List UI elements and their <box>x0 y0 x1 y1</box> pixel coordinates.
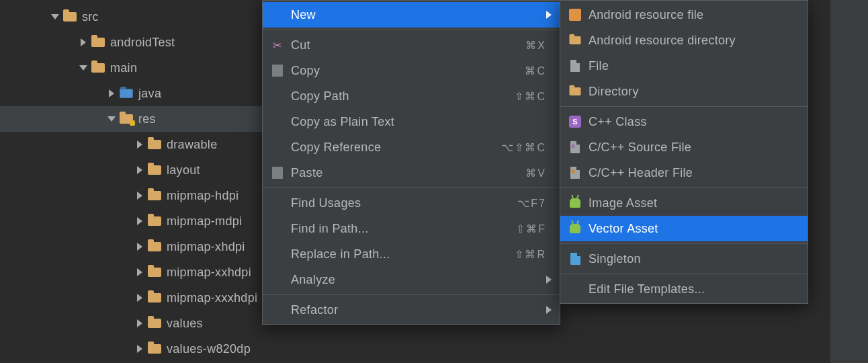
chevron-right-icon <box>137 217 142 225</box>
menu-item-label: Replace in Path... <box>291 247 515 261</box>
cpp-class-icon: S <box>569 116 581 128</box>
tree-item-java[interactable]: java <box>0 81 269 106</box>
chevron-right-icon <box>137 192 142 200</box>
menu-item-label: Copy Reference <box>291 140 501 155</box>
tree-item-label: values-w820dp <box>167 342 251 356</box>
tree-item-mipmap-hdpi[interactable]: mipmap-hdpi <box>0 183 269 208</box>
tree-item-label: res <box>138 112 156 126</box>
submenu-item-file[interactable]: File <box>560 53 808 79</box>
submenu-item-label: Edit File Templates... <box>589 282 801 296</box>
tree-item-main[interactable]: main <box>0 55 269 81</box>
submenu-item-vector-asset[interactable]: Vector Asset <box>560 216 808 241</box>
project-tree[interactable]: srcandroidTestmainjavaresdrawablelayoutm… <box>0 0 269 362</box>
tree-item-layout[interactable]: layout <box>0 157 269 183</box>
chevron-right-icon <box>546 11 552 19</box>
menu-item-label: Cut <box>291 38 525 52</box>
menu-item-label: Copy <box>291 64 525 78</box>
tree-item-label: java <box>138 87 161 101</box>
tree-item-androidtest[interactable]: androidTest <box>0 30 269 55</box>
submenu-item-android-resource-directory[interactable]: Android resource directory <box>560 28 808 53</box>
header-file-icon: h <box>570 167 580 179</box>
tree-item-mipmap-xxxhdpi[interactable]: mipmap-xxxhdpi <box>0 285 269 311</box>
folder-icon <box>91 38 105 47</box>
menu-separator <box>263 188 560 188</box>
folder-res-icon <box>120 114 133 124</box>
folder-icon <box>63 12 77 22</box>
tree-item-drawable[interactable]: drawable <box>0 132 269 157</box>
menu-item-refactor[interactable]: Refactor <box>263 297 560 323</box>
tree-item-label: mipmap-mdpi <box>167 214 242 229</box>
menu-separator <box>263 294 560 295</box>
chevron-down-icon <box>79 65 87 71</box>
menu-item-find-usages[interactable]: Find Usages⌥F7 <box>263 190 560 216</box>
tree-item-values[interactable]: values <box>0 311 269 336</box>
resource-file-icon <box>569 9 581 21</box>
menu-item-copy-reference[interactable]: Copy Reference⌥⇧⌘C <box>263 134 560 160</box>
tree-item-label: values <box>167 317 203 331</box>
folder-icon <box>148 293 161 302</box>
context-menu[interactable]: New✂Cut⌘XCopy⌘CCopy Path⇧⌘CCopy as Plain… <box>262 0 560 325</box>
submenu-item-label: C++ Class <box>589 115 801 129</box>
chevron-right-icon <box>137 319 142 327</box>
menu-item-shortcut: ⌘C <box>525 65 553 77</box>
tree-item-res[interactable]: res <box>0 106 269 132</box>
chevron-right-icon <box>81 38 86 46</box>
submenu-item-label: C/C++ Header File <box>589 166 801 180</box>
android-icon <box>570 198 580 208</box>
menu-item-replace-in-path[interactable]: Replace in Path...⇧⌘R <box>263 241 560 267</box>
chevron-right-icon <box>109 89 114 97</box>
tree-item-mipmap-xhdpi[interactable]: mipmap-xhdpi <box>0 234 269 259</box>
submenu-item-label: C/C++ Source File <box>589 140 801 155</box>
menu-item-new[interactable]: New <box>263 2 560 28</box>
tree-item-values-w820dp[interactable]: values-w820dp <box>0 336 269 362</box>
submenu-item-singleton[interactable]: Singleton <box>560 246 808 272</box>
menu-item-copy-as-plain-text[interactable]: Copy as Plain Text <box>263 109 560 134</box>
submenu-item-label: Image Asset <box>589 196 801 210</box>
folder-icon <box>91 63 105 73</box>
menu-item-label: Paste <box>291 166 525 180</box>
folder-icon <box>148 242 161 251</box>
menu-item-shortcut: ⇧⌘F <box>516 223 553 235</box>
folder-icon <box>570 36 581 44</box>
singleton-icon <box>570 253 580 265</box>
menu-separator <box>560 243 808 244</box>
submenu-item-edit-file-templates[interactable]: Edit File Templates... <box>560 276 808 302</box>
submenu-item-directory[interactable]: Directory <box>560 79 808 104</box>
folder-icon <box>148 268 161 277</box>
menu-item-shortcut: ⇧⌘R <box>515 248 553 261</box>
folder-icon <box>148 216 161 226</box>
menu-item-label: Analyze <box>291 273 546 287</box>
menu-item-copy-path[interactable]: Copy Path⇧⌘C <box>263 83 560 109</box>
menu-item-label: Find Usages <box>291 196 517 210</box>
menu-item-cut[interactable]: ✂Cut⌘X <box>263 32 560 58</box>
menu-separator <box>560 188 808 188</box>
tree-item-mipmap-xxhdpi[interactable]: mipmap-xxhdpi <box>0 259 269 285</box>
new-submenu[interactable]: Android resource fileAndroid resource di… <box>560 0 808 304</box>
submenu-item-c-c-header-file[interactable]: hC/C++ Header File <box>560 160 808 186</box>
submenu-item-c-c-source-file[interactable]: cC/C++ Source File <box>560 134 808 160</box>
tree-item-label: mipmap-hdpi <box>167 189 238 203</box>
tree-item-label: androidTest <box>110 36 175 50</box>
chevron-down-icon <box>107 116 116 122</box>
menu-item-shortcut: ⌥⇧⌘C <box>501 141 553 154</box>
submenu-item-label: Android resource file <box>589 8 801 22</box>
tree-item-src[interactable]: src <box>0 4 269 30</box>
menu-item-label: Refactor <box>291 303 546 317</box>
tree-item-label: main <box>110 61 137 75</box>
menu-item-paste[interactable]: Paste⌘V <box>263 160 560 186</box>
android-icon <box>570 224 580 233</box>
submenu-item-label: File <box>589 59 801 73</box>
folder-icon <box>148 319 161 328</box>
menu-item-analyze[interactable]: Analyze <box>263 267 560 292</box>
chevron-right-icon <box>137 268 142 276</box>
submenu-item-android-resource-file[interactable]: Android resource file <box>560 2 808 28</box>
menu-item-find-in-path[interactable]: Find in Path...⇧⌘F <box>263 216 560 241</box>
chevron-right-icon <box>546 306 552 314</box>
submenu-item-c-class[interactable]: SC++ Class <box>560 109 808 134</box>
tree-item-mipmap-mdpi[interactable]: mipmap-mdpi <box>0 208 269 234</box>
submenu-item-image-asset[interactable]: Image Asset <box>560 190 808 216</box>
menu-item-shortcut: ⌘V <box>525 167 553 179</box>
menu-item-copy[interactable]: Copy⌘C <box>263 58 560 83</box>
menu-item-shortcut: ⌥F7 <box>517 197 553 210</box>
chevron-right-icon <box>137 345 142 353</box>
